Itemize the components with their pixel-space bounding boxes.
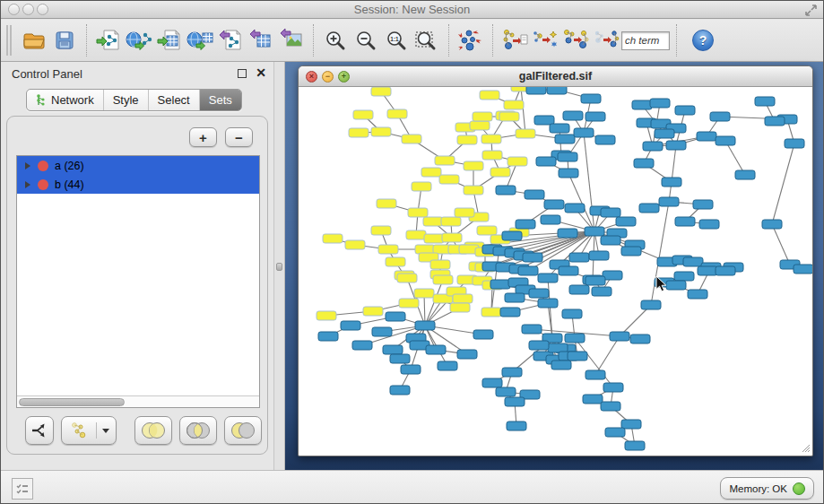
graph-node-yellow[interactable] xyxy=(453,294,473,303)
graph-node-yellow[interactable] xyxy=(481,308,501,317)
split-set-button[interactable] xyxy=(25,416,54,445)
graph-node-blue[interactable] xyxy=(650,99,670,108)
graph-node-blue[interactable] xyxy=(662,178,681,187)
graph-node-blue[interactable] xyxy=(565,334,585,343)
create-set-from-network-button[interactable] xyxy=(61,416,117,445)
graph-node-blue[interactable] xyxy=(735,170,755,179)
graph-node-yellow[interactable] xyxy=(504,100,524,109)
task-history-button[interactable] xyxy=(12,478,33,500)
graph-node-blue[interactable] xyxy=(496,186,516,195)
graph-node-blue[interactable] xyxy=(516,220,535,229)
save-session-button[interactable] xyxy=(49,23,80,57)
graph-node-blue[interactable] xyxy=(529,341,549,350)
tab-network[interactable]: Network xyxy=(27,90,104,110)
graph-node-blue[interactable] xyxy=(639,204,659,213)
graph-node-yellow[interactable] xyxy=(371,87,391,96)
graph-node-blue[interactable] xyxy=(583,395,603,404)
graph-node-blue[interactable] xyxy=(610,332,629,341)
union-sets-button[interactable] xyxy=(134,416,172,445)
graph-node-blue[interactable] xyxy=(505,397,525,406)
graph-node-blue[interactable] xyxy=(710,112,730,121)
graph-node-blue[interactable] xyxy=(625,441,645,450)
graph-node-yellow[interactable] xyxy=(408,208,428,217)
graph-node-yellow[interactable] xyxy=(516,129,535,138)
graph-node-blue[interactable] xyxy=(601,236,620,245)
close-panel-icon[interactable]: ✕ xyxy=(256,65,266,80)
graph-node-blue[interactable] xyxy=(383,345,403,354)
graph-node-yellow[interactable] xyxy=(490,168,510,177)
graph-node-blue[interactable] xyxy=(438,361,457,370)
graph-node-blue[interactable] xyxy=(675,217,695,226)
graph-node-blue[interactable] xyxy=(390,386,410,395)
graph-node-blue[interactable] xyxy=(755,97,775,106)
zoom-fit-selected-button[interactable] xyxy=(412,23,442,57)
graph-node-blue[interactable] xyxy=(500,308,520,317)
add-set-button[interactable]: + xyxy=(189,127,217,147)
graph-node-blue[interactable] xyxy=(529,289,549,298)
graph-node-blue[interactable] xyxy=(523,253,542,262)
graph-node-blue[interactable] xyxy=(562,309,582,318)
graph-node-yellow[interactable] xyxy=(439,175,459,184)
graph-node-blue[interactable] xyxy=(558,229,577,238)
graph-node-yellow[interactable] xyxy=(423,217,443,226)
memory-status-button[interactable]: Memory: OK xyxy=(720,477,814,500)
float-panel-icon[interactable] xyxy=(238,69,247,78)
export-network-button[interactable] xyxy=(215,23,246,57)
graph-node-yellow[interactable] xyxy=(464,161,483,170)
graph-node-yellow[interactable] xyxy=(406,230,426,239)
graph-node-blue[interactable] xyxy=(716,266,735,275)
help-button[interactable]: ? xyxy=(692,30,714,51)
graph-node-yellow[interactable] xyxy=(414,289,434,298)
graph-node-blue[interactable] xyxy=(601,402,620,411)
graph-node-blue[interactable] xyxy=(675,106,695,115)
expander-icon[interactable] xyxy=(25,162,30,169)
graph-edge[interactable] xyxy=(725,141,745,175)
titlebar[interactable]: Session: New Session xyxy=(1,1,823,19)
graph-node-blue[interactable] xyxy=(318,332,338,341)
graph-node-blue[interactable] xyxy=(655,129,674,138)
graph-node-blue[interactable] xyxy=(386,312,405,321)
graph-node-yellow[interactable] xyxy=(455,208,474,217)
graph-node-blue[interactable] xyxy=(603,383,623,392)
export-image-button[interactable] xyxy=(276,23,307,57)
graph-node-blue[interactable] xyxy=(555,135,575,143)
graph-node-yellow[interactable] xyxy=(473,112,492,121)
graph-node-blue[interactable] xyxy=(550,124,569,133)
graph-node-blue[interactable] xyxy=(666,281,686,290)
graph-node-blue[interactable] xyxy=(558,152,577,161)
split-pane-divider[interactable] xyxy=(273,62,285,470)
graph-node-blue[interactable] xyxy=(559,266,578,275)
graph-node-blue[interactable] xyxy=(507,421,526,430)
network-view-frame[interactable]: × − + galFiltered.sif xyxy=(298,65,813,456)
graph-node-blue[interactable] xyxy=(538,299,558,308)
graph-node-blue[interactable] xyxy=(547,87,567,94)
graph-edge[interactable] xyxy=(568,173,594,231)
graph-node-blue[interactable] xyxy=(585,227,604,236)
graph-node-yellow[interactable] xyxy=(481,135,501,143)
remove-set-button[interactable]: − xyxy=(225,127,253,147)
open-session-button[interactable] xyxy=(19,23,49,57)
dropdown-caret-icon[interactable] xyxy=(102,429,109,433)
graph-node-blue[interactable] xyxy=(473,330,493,339)
graph-node-blue[interactable] xyxy=(457,350,477,359)
graph-node-blue[interactable] xyxy=(541,215,560,224)
graph-node-blue[interactable] xyxy=(785,139,804,148)
graph-node-yellow[interactable] xyxy=(345,240,365,249)
expander-icon[interactable] xyxy=(25,181,30,188)
graph-node-blue[interactable] xyxy=(699,220,719,229)
graph-node-blue[interactable] xyxy=(621,420,641,429)
select-first-neighbors-button[interactable] xyxy=(560,23,591,57)
graph-node-blue[interactable] xyxy=(559,169,578,178)
import-table-from-web-button[interactable] xyxy=(185,23,215,57)
select-by-style-button[interactable] xyxy=(530,23,560,57)
toolbar-drag-handle[interactable] xyxy=(6,25,12,56)
graph-edge[interactable] xyxy=(584,133,594,231)
graph-node-blue[interactable] xyxy=(589,251,609,260)
graph-node-blue[interactable] xyxy=(526,87,546,94)
apply-preferred-layout-button[interactable] xyxy=(455,23,486,57)
import-network-from-file-button[interactable] xyxy=(93,23,124,57)
graph-node-yellow[interactable] xyxy=(371,226,391,235)
graph-node-yellow[interactable] xyxy=(397,274,417,282)
tab-sets[interactable]: Sets xyxy=(200,90,241,110)
graph-node-blue[interactable] xyxy=(426,345,446,354)
